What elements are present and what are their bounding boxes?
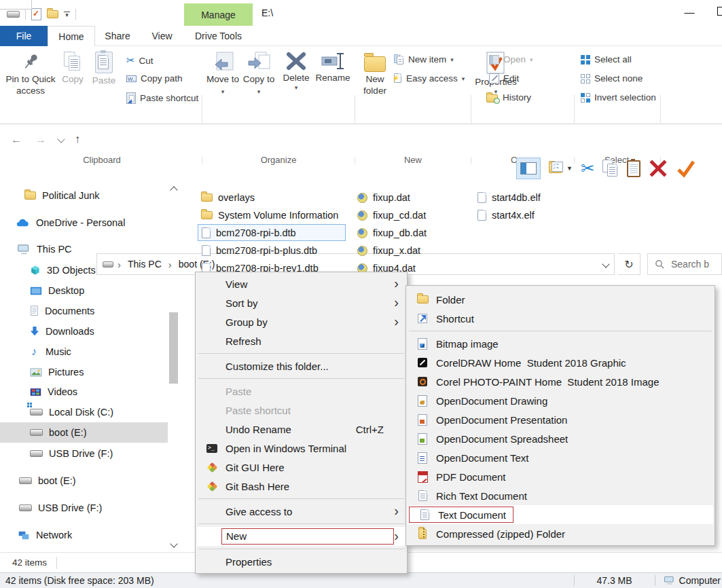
copy-to-button[interactable]: Copy to ▾ bbox=[242, 52, 276, 97]
sidebar-item-onedrive[interactable]: OneDrive - Personal bbox=[0, 213, 168, 233]
minimize-button[interactable]: — bbox=[678, 3, 701, 20]
up-button[interactable]: ↑ bbox=[75, 133, 80, 145]
search-box[interactable] bbox=[647, 253, 722, 275]
back-button[interactable]: ← bbox=[11, 134, 22, 146]
submenu-item-bitmap-image[interactable]: Bitmap image bbox=[408, 334, 713, 353]
select-all-button[interactable]: Select all bbox=[581, 54, 632, 65]
sidebar-item-network[interactable]: Network bbox=[0, 525, 168, 545]
scroll-up-icon[interactable] bbox=[170, 186, 177, 194]
sidebar-item-usb-drive-f[interactable]: USB Drive (F:) bbox=[0, 443, 168, 464]
sidebar-item-documents[interactable]: Documents bbox=[0, 301, 168, 321]
search-input[interactable] bbox=[670, 258, 720, 270]
file-item-fixup[interactable]: fixup.dat bbox=[357, 189, 410, 206]
submenu-item-opendocument-spreadsheet[interactable]: OpenDocument Spreadsheet bbox=[408, 429, 713, 448]
submenu-item-pdf-document[interactable]: PDF Document bbox=[408, 467, 713, 486]
cut-button[interactable]: ✂ bbox=[581, 159, 594, 178]
context-menu-item-properties[interactable]: Properties bbox=[197, 552, 405, 571]
tab-home[interactable]: Home bbox=[48, 26, 95, 46]
recent-locations-chevron-icon[interactable] bbox=[57, 135, 65, 143]
context-menu-item-git-bash-here[interactable]: Git Bash Here bbox=[197, 477, 405, 496]
submenu-item-opendocument-drawing[interactable]: OpenDocument Drawing bbox=[408, 391, 713, 410]
paste-button[interactable]: Paste bbox=[88, 52, 120, 87]
folder-options-button[interactable]: ✓=✓= ▼ bbox=[549, 163, 573, 174]
copy-button[interactable] bbox=[602, 160, 619, 177]
sidebar-item-this-pc[interactable]: This PC bbox=[0, 239, 168, 259]
copy-path-button[interactable]: W.. Copy path bbox=[126, 73, 183, 84]
context-menu-item-undo-rename[interactable]: Undo RenameCtrl+Z bbox=[197, 420, 405, 439]
submenu-item-opendocument-text[interactable]: OpenDocument Text bbox=[408, 448, 713, 467]
context-menu-item-sort-by[interactable]: Sort by› bbox=[197, 293, 405, 312]
context-menu-item-open-in-windows-terminal[interactable]: Open in Windows Terminal bbox=[197, 439, 405, 458]
file-item-bcm2708-rpi-b-plus[interactable]: bcm2708-rpi-b-plus.dtb bbox=[202, 242, 317, 259]
pin-to-quick-access-button[interactable]: Pin to Quick access bbox=[4, 52, 57, 97]
manage-contextual-tab[interactable]: Manage bbox=[184, 3, 253, 26]
easy-access-button[interactable]: ⚡ Easy access ▾ bbox=[394, 73, 465, 84]
file-item-fixup-cd[interactable]: fixup_cd.dat bbox=[357, 206, 426, 224]
cut-button[interactable]: ✂ Cut bbox=[126, 54, 154, 67]
file-item-fixup-db[interactable]: fixup_db.dat bbox=[357, 224, 427, 242]
submenu-item-coreldraw[interactable]: CorelDRAW Home Student 2018 Graphic bbox=[408, 353, 713, 372]
sidebar-scrollbar[interactable] bbox=[168, 183, 179, 550]
submenu-item-rich-text-document[interactable]: Rich Text Document bbox=[408, 486, 713, 505]
select-none-button[interactable]: Select none bbox=[581, 73, 643, 84]
context-menu-item-git-gui-here[interactable]: Git GUI Here bbox=[197, 458, 405, 477]
submenu-item-shortcut[interactable]: Shortcut bbox=[408, 309, 713, 328]
file-item-fixup-x[interactable]: fixup_x.dat bbox=[357, 242, 420, 259]
context-menu-item-customize[interactable]: Customize this folder... bbox=[197, 356, 405, 375]
submenu-item-opendocument-presentation[interactable]: OpenDocument Presentation bbox=[408, 410, 713, 429]
new-folder-qat-icon[interactable] bbox=[47, 10, 58, 18]
context-menu-item-new[interactable]: New› bbox=[197, 527, 405, 546]
file-item-system-volume-information[interactable]: System Volume Information bbox=[201, 206, 338, 224]
context-menu-item-view[interactable]: View› bbox=[197, 274, 405, 293]
paste-button[interactable] bbox=[627, 160, 640, 177]
properties-qat-icon[interactable]: ✓ bbox=[31, 8, 41, 20]
history-button[interactable]: History bbox=[486, 92, 531, 103]
scrollbar-thumb[interactable] bbox=[169, 312, 178, 384]
sidebar-item-3d-objects[interactable]: 3D Objects bbox=[0, 260, 168, 280]
refresh-button[interactable]: ↻ bbox=[618, 253, 640, 275]
edit-button[interactable]: Edit bbox=[489, 73, 519, 84]
sidebar-item-pictures[interactable]: Pictures bbox=[0, 362, 168, 382]
maximize-button[interactable] bbox=[717, 7, 722, 16]
copy-button[interactable]: Copy bbox=[58, 52, 87, 86]
scroll-down-icon[interactable] bbox=[170, 540, 177, 547]
sidebar-item-boot-e-2[interactable]: boot (E:) bbox=[0, 471, 168, 491]
new-item-button[interactable]: New item ▾ bbox=[394, 54, 454, 65]
submenu-item-text-document[interactable]: Text Document bbox=[408, 505, 713, 524]
open-button[interactable]: Open ▾ bbox=[489, 54, 533, 65]
tab-file[interactable]: File bbox=[0, 26, 48, 46]
tab-view[interactable]: View bbox=[140, 26, 184, 46]
invert-selection-button[interactable]: Invert selection bbox=[581, 92, 656, 103]
context-menu-item-group-by[interactable]: Group by› bbox=[197, 312, 405, 331]
sidebar-item-local-disk-c[interactable]: Local Disk (C:) bbox=[0, 402, 168, 422]
confirm-button[interactable] bbox=[676, 159, 696, 178]
sidebar-item-usb-drive-f-2[interactable]: USB Drive (F:) bbox=[0, 498, 168, 518]
context-menu-item-refresh[interactable]: Refresh bbox=[197, 331, 405, 350]
file-item-bcm2708-rpi-b[interactable]: bcm2708-rpi-b.dtb bbox=[202, 224, 296, 242]
sidebar-item-desktop[interactable]: Desktop bbox=[0, 280, 168, 301]
new-folder-button[interactable]: New folder bbox=[358, 52, 392, 97]
sidebar-item-videos[interactable]: Videos bbox=[0, 382, 168, 402]
submenu-item-corel-photo-paint[interactable]: Corel PHOTO-PAINT Home Student 2018 Imag… bbox=[408, 372, 713, 391]
file-item-overlays[interactable]: overlays bbox=[201, 189, 255, 206]
sidebar-item-music[interactable]: ♪Music bbox=[0, 342, 168, 362]
tab-share[interactable]: Share bbox=[95, 26, 140, 46]
navigation-pane-toggle-button[interactable] bbox=[516, 158, 541, 179]
file-item-start4x[interactable]: start4x.elf bbox=[477, 206, 535, 224]
sidebar-item-political-junk[interactable]: Political Junk bbox=[0, 185, 168, 206]
address-dropdown-chevron-icon[interactable] bbox=[602, 260, 609, 268]
delete-button[interactable] bbox=[649, 159, 668, 178]
delete-button[interactable]: Delete ▾ bbox=[278, 52, 314, 91]
sidebar-item-downloads[interactable]: Downloads bbox=[0, 321, 168, 342]
move-to-button[interactable]: Move to ▾ bbox=[205, 52, 240, 97]
paste-shortcut-button[interactable]: Paste shortcut bbox=[126, 92, 198, 104]
submenu-item-folder[interactable]: Folder bbox=[408, 290, 713, 309]
tab-drive-tools[interactable]: Drive Tools bbox=[184, 26, 253, 46]
sidebar-item-boot-e[interactable]: boot (E:) bbox=[0, 422, 168, 443]
context-menu-item-give-access-to[interactable]: Give access to› bbox=[197, 502, 405, 521]
qat-customize-icon[interactable]: ▾ bbox=[64, 12, 70, 17]
forward-button[interactable]: → bbox=[35, 134, 46, 146]
file-item-start4db[interactable]: start4db.elf bbox=[477, 189, 541, 206]
submenu-item-compressed-folder[interactable]: Compressed (zipped) Folder bbox=[408, 524, 713, 543]
rename-button[interactable]: Rename bbox=[314, 52, 352, 84]
